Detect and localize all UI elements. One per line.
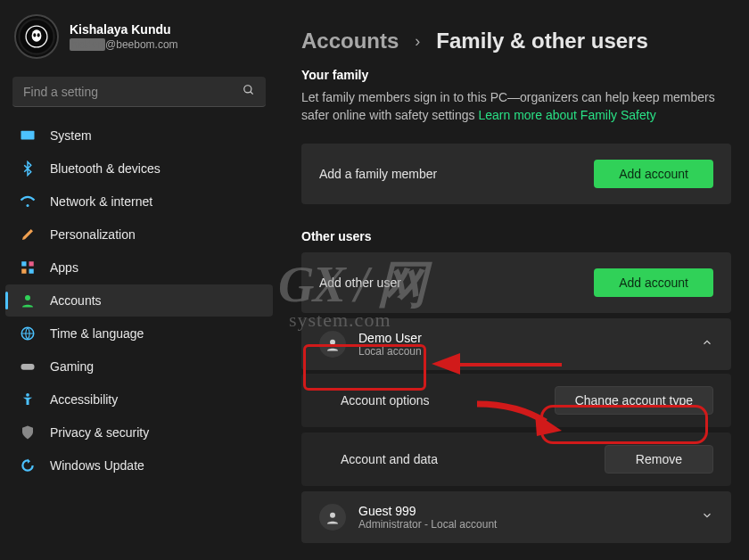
- sidebar-item-apps[interactable]: Apps: [5, 251, 273, 284]
- breadcrumb-parent[interactable]: Accounts: [301, 29, 399, 54]
- sidebar-item-time[interactable]: Time & language: [5, 317, 273, 350]
- user-info: Kishalaya Kundu hidden@beebom.com: [70, 22, 178, 51]
- svg-rect-10: [21, 269, 26, 274]
- sidebar-item-system[interactable]: System: [5, 119, 273, 152]
- family-section-desc: Let family members sign in to this PC—or…: [301, 89, 731, 124]
- breadcrumb: Accounts › Family & other users: [301, 29, 731, 54]
- person-icon: [20, 292, 36, 309]
- brush-icon: [20, 226, 36, 243]
- svg-point-7: [27, 204, 29, 207]
- person-circle-icon: [319, 504, 346, 531]
- svg-rect-11: [29, 269, 34, 274]
- sidebar-item-network[interactable]: Network & internet: [5, 185, 273, 218]
- chevron-up-icon: [701, 336, 713, 352]
- svg-point-3: [37, 33, 40, 37]
- globe-icon: [20, 325, 36, 342]
- person-circle-icon: [319, 331, 346, 358]
- sidebar-item-update[interactable]: Windows Update: [5, 449, 273, 482]
- search-input[interactable]: [12, 77, 266, 107]
- sidebar-item-accessibility[interactable]: Accessibility: [5, 383, 273, 416]
- search-icon: [243, 84, 255, 99]
- svg-rect-14: [21, 364, 35, 370]
- svg-rect-9: [29, 261, 34, 266]
- chevron-right-icon: ›: [415, 32, 420, 51]
- bluetooth-icon: [20, 161, 36, 177]
- update-icon: [20, 457, 36, 474]
- svg-point-15: [26, 393, 29, 397]
- svg-point-2: [33, 33, 36, 37]
- add-family-label: Add a family member: [319, 167, 437, 181]
- accessibility-icon: [20, 391, 36, 408]
- gamepad-icon: [20, 358, 36, 375]
- user-header[interactable]: Kishalaya Kundu hidden@beebom.com: [0, 5, 278, 75]
- sidebar-item-privacy[interactable]: Privacy & security: [5, 416, 273, 449]
- add-family-card: Add a family member Add account: [301, 144, 731, 204]
- remove-button[interactable]: Remove: [605, 445, 713, 474]
- chevron-down-icon: [701, 509, 713, 525]
- demo-user-info: Demo User Local accoun: [358, 331, 422, 358]
- svg-rect-8: [21, 261, 26, 266]
- add-family-button[interactable]: Add account: [594, 160, 713, 188]
- add-other-label: Add other user: [319, 276, 401, 290]
- sidebar-item-gaming[interactable]: Gaming: [5, 350, 273, 383]
- avatar: [14, 14, 59, 59]
- user-name-label: Kishalaya Kundu: [70, 22, 178, 37]
- account-data-label: Account and data: [341, 452, 438, 466]
- sidebar-item-label: Accessibility: [50, 392, 118, 407]
- family-safety-link[interactable]: Learn more about Family Safety: [478, 108, 655, 122]
- guest-user-role: Administrator - Local account: [358, 518, 497, 531]
- account-options-row: Account options Change account type: [301, 374, 731, 427]
- sidebar-item-label: Windows Update: [50, 458, 144, 473]
- alien-icon: [25, 25, 48, 48]
- nav-list: System Bluetooth & devices Network & int…: [0, 119, 278, 482]
- account-options-label: Account options: [341, 393, 430, 408]
- svg-point-4: [244, 86, 251, 93]
- svg-line-5: [251, 92, 253, 95]
- sidebar-item-label: Apps: [50, 260, 78, 275]
- sidebar-item-bluetooth[interactable]: Bluetooth & devices: [5, 152, 273, 185]
- wifi-icon: [20, 194, 36, 210]
- search-field[interactable]: [23, 85, 243, 99]
- user-email-label: hidden@beebom.com: [70, 38, 178, 51]
- svg-point-12: [25, 295, 30, 301]
- svg-rect-6: [21, 131, 35, 140]
- breadcrumb-current: Family & other users: [436, 29, 647, 54]
- guest-user-info: Guest 999 Administrator - Local account: [358, 504, 497, 531]
- demo-user-role: Local accoun: [358, 345, 422, 358]
- sidebar-item-accounts[interactable]: Accounts: [5, 284, 273, 317]
- svg-point-1: [32, 29, 42, 41]
- family-section-title: Your family: [301, 68, 731, 82]
- svg-point-17: [330, 513, 335, 518]
- guest-user-name: Guest 999: [358, 504, 497, 518]
- change-account-type-button[interactable]: Change account type: [555, 386, 713, 415]
- sidebar-item-label: Network & internet: [50, 194, 152, 209]
- sidebar-item-label: Time & language: [50, 326, 144, 341]
- demo-user-card[interactable]: Demo User Local accoun: [301, 318, 731, 370]
- sidebar: Kishalaya Kundu hidden@beebom.com System…: [0, 0, 278, 560]
- other-users-title: Other users: [301, 229, 731, 243]
- guest-user-card[interactable]: Guest 999 Administrator - Local account: [301, 491, 731, 543]
- svg-point-16: [330, 340, 335, 345]
- sidebar-item-label: Accounts: [50, 293, 102, 308]
- apps-icon: [20, 259, 36, 276]
- sidebar-item-label: Bluetooth & devices: [50, 161, 160, 176]
- sidebar-item-label: Privacy & security: [50, 425, 149, 440]
- sidebar-item-label: Gaming: [50, 359, 94, 374]
- sidebar-item-label: System: [50, 128, 92, 143]
- sidebar-item-label: Personalization: [50, 227, 136, 242]
- account-data-row: Account and data Remove: [301, 432, 731, 486]
- add-other-button[interactable]: Add account: [594, 268, 713, 297]
- shield-icon: [20, 424, 36, 441]
- add-other-card: Add other user Add account: [301, 252, 731, 313]
- sidebar-item-personalization[interactable]: Personalization: [5, 218, 273, 251]
- demo-user-name: Demo User: [358, 331, 422, 345]
- system-icon: [20, 128, 36, 144]
- main-content: Accounts › Family & other users Your fam…: [278, 0, 749, 560]
